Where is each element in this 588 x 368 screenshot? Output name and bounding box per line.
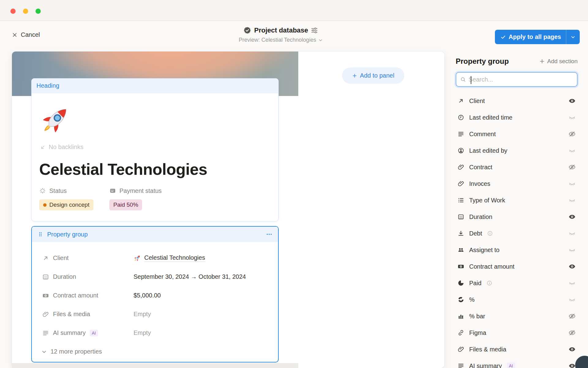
eye-closed-icon[interactable] bbox=[568, 230, 576, 237]
sidebar-title: Property group bbox=[456, 57, 539, 66]
sidebar-property-row[interactable]: Client bbox=[456, 93, 578, 109]
status-property[interactable]: Status Design concept bbox=[39, 186, 93, 210]
status-label: Status bbox=[49, 187, 67, 194]
sidebar-property-label: Duration bbox=[469, 213, 492, 220]
eye-open-icon[interactable] bbox=[568, 263, 576, 270]
zoom-window-button[interactable] bbox=[36, 9, 41, 14]
search-input[interactable] bbox=[469, 76, 573, 83]
apply-dropdown-button[interactable] bbox=[566, 30, 580, 44]
rocket-icon bbox=[134, 254, 141, 262]
sidebar-property-row[interactable]: AI summaryAI bbox=[456, 358, 578, 368]
eye-slash-icon[interactable] bbox=[568, 163, 576, 171]
eye-slash-icon[interactable] bbox=[568, 329, 576, 336]
cancel-button[interactable]: Cancel bbox=[12, 31, 40, 38]
property-value-text[interactable]: Celestial Technologies bbox=[144, 254, 205, 262]
property-value[interactable]: Empty bbox=[123, 329, 271, 336]
property-row[interactable]: Duration September 30, 2024 → October 31… bbox=[32, 267, 278, 286]
header-title-block: Project database Preview: Celestial Tech… bbox=[239, 26, 323, 43]
property-row[interactable]: AI summary AI Empty bbox=[32, 324, 278, 342]
backlinks-indicator[interactable]: No backlinks bbox=[40, 144, 83, 151]
property-row[interactable]: Contract amount $5,000.00 bbox=[32, 286, 278, 305]
eye-open-icon[interactable] bbox=[568, 213, 576, 220]
property-group-section[interactable]: Property group Client Celestial Technolo… bbox=[31, 226, 279, 362]
ai-badge: AI bbox=[507, 362, 515, 368]
property-value[interactable]: Empty bbox=[123, 311, 271, 318]
paperclip-icon bbox=[458, 346, 464, 353]
preview-selector[interactable]: Preview: Celestial Technologies bbox=[239, 37, 323, 43]
sidebar-property-row[interactable]: Type of Work bbox=[456, 192, 578, 209]
more-properties-toggle[interactable]: 12 more properties bbox=[32, 342, 278, 361]
property-label: AI summary AI bbox=[42, 329, 123, 336]
heading-section[interactable]: Heading No backlinks Celestial Technolog… bbox=[31, 78, 279, 221]
close-window-button[interactable] bbox=[10, 9, 16, 14]
eye-closed-icon[interactable] bbox=[568, 147, 576, 154]
app-window: Cancel Project database Preview: Celesti… bbox=[0, 0, 588, 368]
text-lines-icon bbox=[42, 330, 49, 336]
sidebar-property-row[interactable]: % bbox=[456, 291, 578, 308]
eye-open-icon[interactable] bbox=[568, 346, 576, 353]
minimize-window-button[interactable] bbox=[23, 9, 28, 14]
sidebar-property-row[interactable]: Comment bbox=[456, 126, 578, 142]
sidebar-property-row[interactable]: Paid bbox=[456, 275, 578, 291]
sidebar-property-row[interactable]: Invoces bbox=[456, 175, 578, 192]
eye-closed-icon[interactable] bbox=[568, 114, 576, 121]
sidebar-property-row[interactable]: Figma bbox=[456, 324, 578, 341]
calendar-icon bbox=[458, 213, 464, 220]
more-options-icon[interactable] bbox=[266, 231, 273, 238]
sidebar-property-row[interactable]: Debt bbox=[456, 225, 578, 242]
status-spinner-icon bbox=[39, 187, 46, 194]
add-section-label: Add section bbox=[547, 58, 578, 65]
page-bottom-strip bbox=[12, 363, 298, 368]
payment-status-property[interactable]: Payment status Paid 50% bbox=[109, 186, 162, 210]
sidebar-property-row[interactable]: Last edited time bbox=[456, 109, 578, 126]
sidebar-property-row[interactable]: % bar bbox=[456, 308, 578, 324]
page-preview-card: Add to panel Heading No backlinks Celest… bbox=[12, 52, 444, 368]
property-label: Client bbox=[42, 255, 123, 262]
property-group-sidebar: Property group Add section Client Last e… bbox=[456, 57, 578, 368]
eye-slash-icon[interactable] bbox=[568, 312, 576, 320]
add-to-panel-button[interactable]: Add to panel bbox=[342, 67, 404, 84]
eye-closed-icon[interactable] bbox=[568, 180, 576, 187]
rocket-page-icon[interactable] bbox=[39, 103, 72, 136]
sidebar-property-row[interactable]: Contract amount bbox=[456, 258, 578, 275]
sidebar-property-label: Last edited by bbox=[469, 147, 507, 154]
sidebar-property-label: Contract bbox=[469, 164, 492, 171]
text-lines-icon bbox=[458, 131, 464, 137]
add-section-button[interactable]: Add section bbox=[539, 58, 578, 65]
eye-closed-icon[interactable] bbox=[568, 197, 576, 204]
status-value-pill[interactable]: Design concept bbox=[39, 199, 93, 210]
property-row[interactable]: Files & media Empty bbox=[32, 305, 278, 324]
eye-open-icon[interactable] bbox=[568, 362, 576, 368]
eye-slash-icon[interactable] bbox=[568, 130, 576, 138]
eye-closed-icon[interactable] bbox=[568, 296, 576, 303]
property-value-text: $5,000.00 bbox=[134, 292, 161, 299]
paperclip-icon bbox=[458, 180, 464, 187]
featured-properties: Status Design concept Payment status Pai… bbox=[39, 186, 162, 210]
text-lines-icon bbox=[458, 362, 464, 368]
payment-value-pill[interactable]: Paid 50% bbox=[109, 199, 142, 210]
property-name: AI summary bbox=[53, 329, 86, 336]
donut-chart-icon bbox=[458, 296, 464, 303]
property-row[interactable]: Client Celestial Technologies bbox=[32, 249, 278, 267]
apply-to-all-pages-button[interactable]: Apply to all pages bbox=[495, 30, 580, 44]
arrow-up-right-icon bbox=[42, 255, 49, 262]
sliders-icon[interactable] bbox=[311, 27, 318, 34]
document-title[interactable]: Celestial Technologies bbox=[39, 160, 207, 178]
sidebar-property-row[interactable]: Contract bbox=[456, 159, 578, 175]
eye-closed-icon[interactable] bbox=[568, 246, 576, 254]
property-value[interactable]: September 30, 2024 → October 31, 2024 bbox=[123, 273, 271, 280]
sidebar-property-row[interactable]: Last edited by bbox=[456, 142, 578, 159]
sidebar-property-label: Invoces bbox=[469, 180, 490, 187]
property-value[interactable]: Celestial Technologies bbox=[123, 254, 271, 262]
drag-handle-icon[interactable] bbox=[37, 231, 43, 237]
sidebar-property-row[interactable]: Assignet to bbox=[456, 242, 578, 258]
arrow-up-right-icon bbox=[458, 98, 464, 104]
sidebar-property-label: Paid bbox=[469, 280, 481, 287]
property-value[interactable]: $5,000.00 bbox=[123, 292, 271, 299]
cancel-label: Cancel bbox=[21, 31, 40, 38]
sidebar-property-row[interactable]: Files & media bbox=[456, 341, 578, 358]
eye-open-icon[interactable] bbox=[568, 97, 576, 105]
sidebar-property-row[interactable]: Duration bbox=[456, 209, 578, 225]
property-rows: Client Celestial Technologies Duration S… bbox=[32, 242, 278, 342]
eye-closed-icon[interactable] bbox=[568, 279, 576, 287]
